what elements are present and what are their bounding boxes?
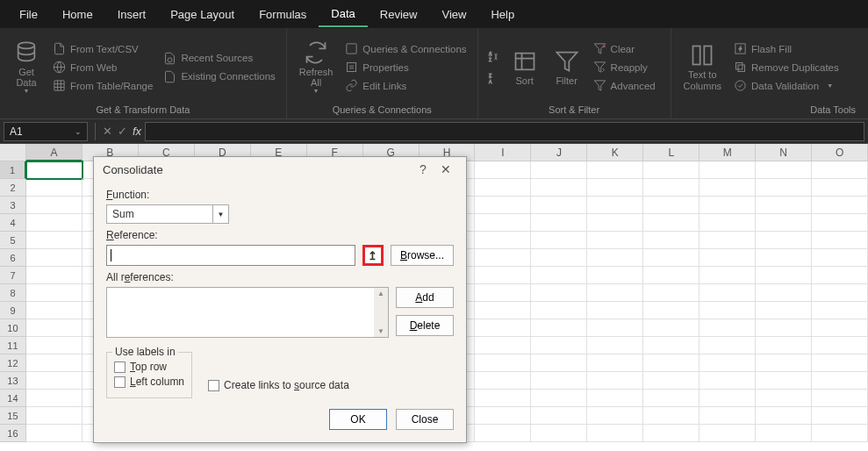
menu-view[interactable]: View [429, 3, 478, 26]
cell[interactable] [475, 249, 531, 267]
cell[interactable] [475, 267, 531, 284]
cell[interactable] [531, 372, 587, 390]
column-header[interactable]: N [756, 144, 812, 161]
name-box[interactable]: A1 ⌄ [4, 122, 88, 141]
cell[interactable] [756, 161, 812, 179]
cell[interactable] [699, 179, 756, 197]
cell[interactable] [475, 232, 531, 249]
remove-duplicates-button[interactable]: Remove Duplicates [730, 59, 843, 75]
column-header[interactable]: J [531, 144, 587, 161]
row-header[interactable]: 12 [0, 354, 26, 372]
cell[interactable] [475, 354, 531, 372]
cell[interactable] [812, 302, 868, 319]
cell[interactable] [587, 267, 643, 284]
cell[interactable] [531, 197, 587, 214]
cell[interactable] [26, 354, 82, 372]
cell[interactable] [587, 390, 643, 407]
row-header[interactable]: 15 [0, 407, 26, 425]
cell[interactable] [26, 161, 82, 179]
cell[interactable] [699, 372, 756, 390]
row-header[interactable]: 1 [0, 161, 26, 179]
cell[interactable] [756, 337, 812, 354]
cell[interactable] [756, 214, 812, 232]
cell[interactable] [531, 407, 587, 425]
cell[interactable] [587, 425, 643, 442]
cell[interactable] [475, 407, 531, 425]
cell[interactable] [812, 337, 868, 354]
cell[interactable] [475, 319, 531, 337]
cell[interactable] [643, 249, 699, 267]
menu-page-layout[interactable]: Page Layout [158, 3, 247, 26]
cell[interactable] [756, 232, 812, 249]
cell[interactable] [756, 302, 812, 319]
help-button[interactable]: ? [412, 162, 434, 176]
cell[interactable] [531, 425, 587, 442]
cell[interactable] [812, 232, 868, 249]
clear-filter-button[interactable]: Clear [590, 40, 659, 57]
cell[interactable] [26, 267, 82, 284]
cell[interactable] [475, 390, 531, 407]
cell[interactable] [756, 249, 812, 267]
flash-fill-button[interactable]: Flash Fill [730, 40, 843, 57]
row-header[interactable]: 7 [0, 267, 26, 284]
cell[interactable] [587, 337, 643, 354]
cell[interactable] [699, 284, 756, 302]
cell[interactable] [812, 214, 868, 232]
cell[interactable] [812, 425, 868, 442]
cell[interactable] [699, 425, 756, 442]
checkbox-icon[interactable] [114, 362, 126, 373]
row-header[interactable]: 3 [0, 197, 26, 214]
cell[interactable] [475, 161, 531, 179]
cell[interactable] [699, 161, 756, 179]
cell[interactable] [643, 179, 699, 197]
row-header[interactable]: 4 [0, 214, 26, 232]
cell[interactable] [756, 390, 812, 407]
column-header[interactable]: I [475, 144, 531, 161]
cell[interactable] [699, 267, 756, 284]
cell[interactable] [475, 214, 531, 232]
column-header[interactable]: M [699, 144, 756, 161]
cell[interactable] [26, 302, 82, 319]
edit-links-button[interactable]: Edit Links [341, 77, 470, 94]
cell[interactable] [26, 284, 82, 302]
cell[interactable] [812, 354, 868, 372]
cell[interactable] [756, 354, 812, 372]
row-header[interactable]: 11 [0, 337, 26, 354]
properties-button[interactable]: Properties [341, 59, 470, 75]
cell[interactable] [587, 214, 643, 232]
row-header[interactable]: 8 [0, 284, 26, 302]
cell[interactable] [756, 372, 812, 390]
cell[interactable] [475, 284, 531, 302]
menu-insert[interactable]: Insert [105, 3, 159, 26]
queries-connections-button[interactable]: Queries & Connections [341, 40, 470, 57]
data-validation-button[interactable]: Data Validation▼ [730, 77, 843, 94]
column-header[interactable]: A [26, 144, 82, 161]
cell[interactable] [587, 161, 643, 179]
cell[interactable] [812, 319, 868, 337]
row-header[interactable]: 13 [0, 372, 26, 390]
refresh-all-button[interactable]: Refresh All ▼ [294, 32, 339, 103]
cell[interactable] [587, 197, 643, 214]
cell[interactable] [699, 214, 756, 232]
column-header[interactable]: O [812, 144, 868, 161]
formula-input[interactable] [145, 122, 864, 141]
from-web-button[interactable]: From Web [49, 59, 156, 75]
cell[interactable] [699, 319, 756, 337]
cell[interactable] [812, 407, 868, 425]
checkbox-icon[interactable] [114, 376, 126, 388]
cell[interactable] [587, 302, 643, 319]
cell[interactable] [699, 197, 756, 214]
cell[interactable] [475, 179, 531, 197]
cell[interactable] [26, 249, 82, 267]
cell[interactable] [643, 214, 699, 232]
cell[interactable] [26, 232, 82, 249]
cell[interactable] [587, 179, 643, 197]
accept-formula-icon[interactable]: ✓ [118, 125, 127, 138]
cell[interactable] [643, 372, 699, 390]
menu-file[interactable]: File [7, 3, 50, 26]
reference-input[interactable] [106, 245, 355, 266]
menu-help[interactable]: Help [478, 3, 527, 26]
cell[interactable] [699, 337, 756, 354]
cell[interactable] [531, 319, 587, 337]
close-icon[interactable]: ✕ [434, 162, 457, 176]
